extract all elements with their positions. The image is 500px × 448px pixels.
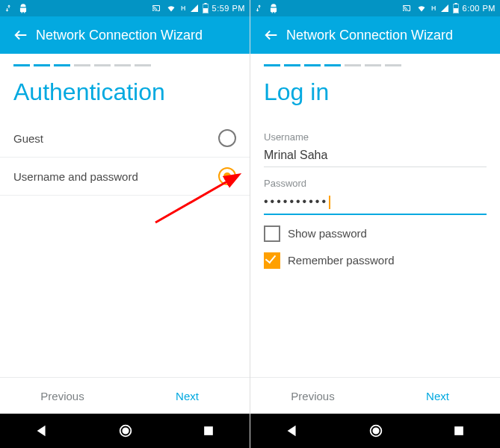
next-button[interactable]: Next — [375, 378, 500, 414]
sync-icon — [255, 4, 264, 13]
android-icon — [268, 3, 279, 13]
wifi-icon — [165, 4, 177, 13]
checkbox-unchecked-icon — [264, 225, 280, 242]
svg-rect-7 — [454, 3, 457, 4]
nav-home-button[interactable] — [368, 423, 384, 439]
triangle-back-icon — [284, 423, 300, 439]
nav-back-button[interactable] — [34, 423, 50, 439]
network-label: H — [181, 4, 186, 12]
progress-seg — [13, 64, 30, 66]
triangle-back-icon — [34, 423, 50, 439]
wizard-footer: Previous Next — [250, 377, 500, 414]
progress-seg — [135, 64, 151, 66]
phone-right: H 6:00 PM Network Connection Wizard — [250, 0, 500, 448]
svg-rect-11 — [454, 426, 463, 435]
app-bar-title: Network Connection Wizard — [36, 28, 203, 43]
progress-seg — [284, 64, 300, 66]
remember-password-label: Remember password — [288, 254, 395, 267]
auth-option-label: Username and password — [13, 170, 138, 183]
battery-icon — [203, 3, 209, 13]
auth-option-label: Guest — [13, 132, 43, 145]
signal-icon — [190, 4, 199, 13]
cast-icon — [151, 4, 161, 13]
progress-seg — [34, 64, 50, 66]
sync-icon — [4, 4, 13, 13]
page-heading: Authentication — [0, 71, 250, 119]
android-icon — [18, 3, 28, 13]
battery-icon — [453, 3, 459, 13]
network-label: H — [431, 4, 436, 12]
radio-unchecked-icon — [218, 129, 236, 147]
username-field[interactable] — [264, 143, 487, 167]
app-bar: Network Connection Wizard — [0, 16, 250, 54]
wifi-icon — [416, 4, 428, 13]
nav-back-button[interactable] — [284, 423, 300, 439]
status-time: 5:59 PM — [212, 4, 245, 13]
username-label: Username — [264, 131, 487, 143]
svg-point-10 — [373, 428, 378, 433]
remember-password-checkbox[interactable]: Remember password — [264, 252, 487, 269]
svg-point-4 — [123, 428, 128, 433]
text-caret-icon — [329, 196, 330, 209]
app-bar-title: Network Connection Wizard — [286, 28, 453, 43]
progress-seg — [385, 64, 401, 66]
progress-seg — [114, 64, 131, 66]
progress-seg — [94, 64, 111, 66]
nav-home-button[interactable] — [117, 423, 134, 439]
app-bar: Network Connection Wizard — [250, 16, 500, 54]
wizard-progress — [250, 54, 500, 71]
arrow-left-icon — [13, 27, 29, 43]
svg-rect-8 — [453, 8, 457, 13]
next-button[interactable]: Next — [125, 378, 250, 414]
previous-button[interactable]: Previous — [250, 378, 375, 414]
auth-option-guest[interactable]: Guest — [0, 119, 250, 158]
login-form: Username Password •••••••••• Show passwo… — [250, 119, 500, 269]
progress-seg — [74, 64, 90, 66]
wizard-footer: Previous Next — [0, 377, 250, 414]
arrow-left-icon — [263, 27, 280, 43]
back-button[interactable] — [6, 20, 36, 50]
signal-icon — [440, 4, 449, 13]
status-bar: H 5:59 PM — [0, 0, 250, 16]
previous-button[interactable]: Previous — [0, 378, 125, 414]
square-recent-icon — [201, 423, 216, 438]
password-value: •••••••••• — [264, 195, 328, 208]
status-time: 6:00 PM — [463, 4, 496, 13]
show-password-label: Show password — [288, 227, 367, 240]
svg-rect-5 — [204, 426, 213, 435]
square-recent-icon — [451, 423, 466, 438]
wizard-progress — [0, 54, 250, 71]
cast-icon — [401, 4, 412, 13]
svg-rect-2 — [203, 8, 207, 13]
password-field[interactable]: •••••••••• — [264, 189, 487, 215]
progress-seg — [54, 64, 70, 66]
progress-seg — [324, 64, 341, 66]
nav-recent-button[interactable] — [201, 423, 216, 438]
password-label: Password — [264, 178, 487, 189]
checkbox-checked-icon — [264, 252, 280, 269]
progress-seg — [365, 64, 381, 66]
progress-seg — [345, 64, 361, 66]
progress-seg — [264, 64, 280, 66]
circle-home-icon — [368, 423, 384, 439]
system-nav-bar — [250, 414, 500, 448]
phone-left: H 5:59 PM Network Connection Wizard — [0, 0, 250, 448]
system-nav-bar — [0, 414, 250, 448]
svg-rect-1 — [204, 3, 206, 4]
radio-checked-icon — [218, 167, 236, 185]
progress-seg — [304, 64, 321, 66]
nav-recent-button[interactable] — [451, 423, 466, 438]
status-bar: H 6:00 PM — [250, 0, 500, 16]
show-password-checkbox[interactable]: Show password — [264, 225, 487, 242]
auth-option-userpass[interactable]: Username and password — [0, 158, 250, 196]
back-button[interactable] — [256, 20, 286, 50]
page-heading: Log in — [250, 71, 500, 119]
circle-home-icon — [117, 423, 134, 439]
